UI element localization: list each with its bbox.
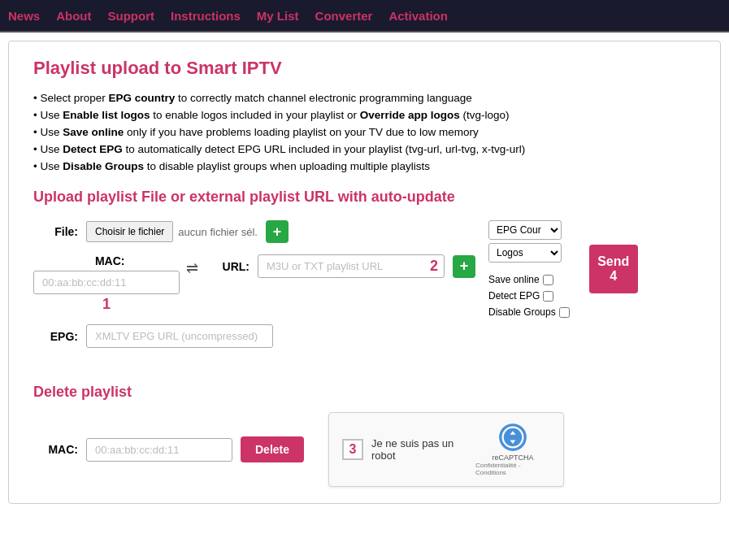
nav-item-news[interactable]: News [8, 9, 40, 23]
epg-input[interactable] [86, 324, 273, 348]
recaptcha-left: 3 Je ne suis pas un robot [342, 437, 475, 462]
delete-mac-input[interactable] [86, 438, 232, 462]
swap-icon[interactable]: ⇌ [186, 259, 198, 277]
recaptcha-text: Je ne suis pas un robot [371, 437, 475, 462]
delete-button[interactable]: Delete [241, 436, 304, 462]
nav-item-support[interactable]: Support [108, 9, 155, 23]
upload-form-area: File: Choisir le fichier aucun fichier s… [33, 220, 696, 359]
disable-groups-row: Disable Groups [488, 306, 570, 318]
recaptcha-checkbox[interactable]: 3 [342, 439, 363, 460]
epg-country-select[interactable]: EPG Cour EPG US EPG UK [488, 220, 562, 240]
nav-item-about[interactable]: About [56, 9, 91, 23]
send-number: 4 [610, 269, 617, 284]
mac-input[interactable] [33, 271, 180, 294]
bullet-item: Use Save online only if you have problem… [33, 126, 696, 138]
recaptcha-right: reCAPTCHA Confidentialité - Conditions [475, 423, 550, 476]
disable-groups-checkbox[interactable] [559, 307, 570, 318]
url-label: URL: [205, 260, 250, 273]
bottom-row: MAC: Delete 3 Je ne suis pas un robot [33, 412, 696, 487]
choose-file-button[interactable]: Choisir le fichier [86, 221, 173, 242]
bullet-item: Use Enable list logos to enable logos in… [33, 109, 696, 121]
bullet-item: Select proper EPG country to correctly m… [33, 92, 696, 104]
selects-and-checkboxes: EPG Cour EPG US EPG UK Logos No Logos Sa… [488, 220, 570, 318]
nav-item-converter[interactable]: Converter [315, 9, 373, 23]
send-button[interactable]: Send 4 [589, 245, 638, 293]
recaptcha-brand: reCAPTCHA [493, 454, 534, 462]
delete-section: Delete playlist MAC: Delete 3 Je ne suis… [33, 384, 696, 487]
epg-label: EPG: [33, 330, 78, 343]
file-placeholder-text: aucun fichier sél. [178, 226, 258, 238]
file-label: File: [33, 225, 78, 238]
select-row: EPG Cour EPG US EPG UK Logos No Logos [488, 220, 570, 263]
checkbox-group: Save online Detect EPG Disable Groups [488, 274, 570, 318]
mac-number: 1 [102, 296, 111, 313]
disable-groups-label: Disable Groups [488, 306, 556, 318]
upload-title: Upload playlist File or external playlis… [33, 189, 696, 206]
url-add-button[interactable]: + [453, 255, 475, 278]
send-label: Send [597, 254, 629, 269]
url-container: 2 [258, 254, 445, 278]
detect-epg-checkbox[interactable] [543, 291, 553, 302]
recaptcha-logo-icon [498, 423, 527, 452]
nav-item-my-list[interactable]: My List [257, 9, 299, 23]
main-content: Playlist upload to Smart IPTV Select pro… [8, 41, 721, 504]
mac-url-row: MAC: 1 ⇌ URL: 2 + [33, 254, 475, 313]
nav-item-instructions[interactable]: Instructions [171, 9, 241, 23]
nav-item-activation[interactable]: Activation [388, 9, 448, 23]
recaptcha-links: Confidentialité - Conditions [475, 462, 550, 476]
right-controls: EPG Cour EPG US EPG UK Logos No Logos Sa… [488, 220, 638, 318]
delete-mac-area: MAC: Delete [33, 436, 304, 462]
file-add-button[interactable]: + [266, 220, 289, 243]
detect-epg-row: Detect EPG [488, 290, 570, 302]
upload-section: Upload playlist File or external playlis… [33, 189, 696, 359]
bullet-item: Use Disable Groups to disable playlist g… [33, 160, 696, 172]
bullet-item: Use Detect EPG to automatically detect E… [33, 143, 696, 155]
file-input-group: Choisir le fichier aucun fichier sél. [86, 221, 258, 242]
recaptcha-box: 3 Je ne suis pas un robot reCAPTCHA Conf… [328, 412, 564, 487]
save-online-row: Save online [488, 274, 570, 285]
url-input[interactable] [258, 254, 445, 278]
mac-label: MAC: [80, 254, 125, 267]
delete-mac-label: MAC: [33, 443, 78, 456]
recaptcha-number: 3 [349, 442, 357, 457]
page-title: Playlist upload to Smart IPTV [33, 58, 696, 79]
navigation: NewsAboutSupportInstructionsMy ListConve… [0, 0, 729, 33]
save-online-checkbox[interactable] [543, 275, 553, 285]
logos-select[interactable]: Logos No Logos [488, 243, 562, 263]
bullet-list: Select proper EPG country to correctly m… [33, 92, 696, 172]
detect-epg-label: Detect EPG [488, 290, 540, 302]
form-rows: File: Choisir le fichier aucun fichier s… [33, 220, 475, 359]
save-online-label: Save online [488, 274, 540, 285]
epg-row: EPG: [33, 324, 475, 348]
file-row: File: Choisir le fichier aucun fichier s… [33, 220, 475, 243]
delete-title: Delete playlist [33, 384, 696, 401]
